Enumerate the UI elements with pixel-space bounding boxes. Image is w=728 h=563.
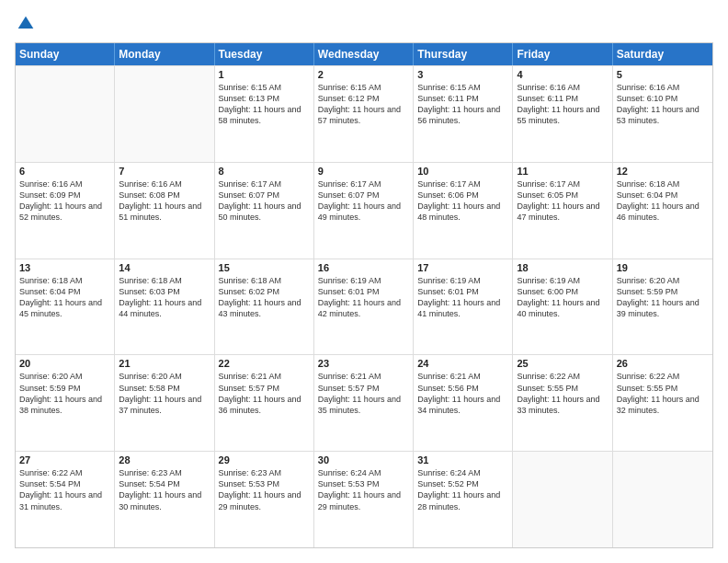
calendar-cell: 5Sunrise: 6:16 AM Sunset: 6:10 PM Daylig…	[613, 66, 712, 162]
day-number: 31	[417, 454, 508, 465]
calendar-cell: 19Sunrise: 6:20 AM Sunset: 5:59 PM Dayli…	[613, 259, 712, 355]
cell-info: Sunrise: 6:18 AM Sunset: 6:02 PM Dayligh…	[219, 275, 310, 320]
cell-info: Sunrise: 6:16 AM Sunset: 6:08 PM Dayligh…	[119, 178, 210, 224]
day-number: 5	[617, 69, 709, 80]
day-number: 8	[219, 166, 310, 177]
day-number: 19	[617, 262, 709, 273]
week-row-3: 13Sunrise: 6:18 AM Sunset: 6:04 PM Dayli…	[16, 259, 712, 355]
day-header-tuesday: Tuesday	[215, 43, 314, 65]
day-number: 9	[318, 166, 409, 177]
calendar-cell: 2Sunrise: 6:15 AM Sunset: 6:12 PM Daylig…	[314, 66, 414, 162]
day-number: 18	[517, 262, 608, 273]
calendar-cell	[513, 452, 612, 547]
cell-info: Sunrise: 6:20 AM Sunset: 5:59 PM Dayligh…	[617, 275, 709, 320]
cell-info: Sunrise: 6:19 AM Sunset: 6:01 PM Dayligh…	[417, 275, 508, 320]
cell-info: Sunrise: 6:18 AM Sunset: 6:03 PM Dayligh…	[119, 275, 210, 320]
calendar-cell: 18Sunrise: 6:19 AM Sunset: 6:00 PM Dayli…	[513, 259, 612, 355]
cell-info: Sunrise: 6:17 AM Sunset: 6:05 PM Dayligh…	[517, 178, 608, 224]
calendar-cell: 7Sunrise: 6:16 AM Sunset: 6:08 PM Daylig…	[115, 163, 214, 259]
week-row-4: 20Sunrise: 6:20 AM Sunset: 5:59 PM Dayli…	[16, 354, 712, 451]
cell-info: Sunrise: 6:23 AM Sunset: 5:53 PM Dayligh…	[219, 467, 310, 512]
day-number: 10	[417, 166, 508, 177]
calendar-cell: 29Sunrise: 6:23 AM Sunset: 5:53 PM Dayli…	[215, 452, 314, 547]
header	[15, 15, 713, 33]
day-header-thursday: Thursday	[414, 43, 513, 65]
cell-info: Sunrise: 6:22 AM Sunset: 5:55 PM Dayligh…	[617, 371, 709, 416]
calendar-cell	[613, 452, 712, 547]
calendar-cell: 20Sunrise: 6:20 AM Sunset: 5:59 PM Dayli…	[16, 355, 115, 451]
calendar-cell	[115, 66, 214, 162]
calendar-cell: 22Sunrise: 6:21 AM Sunset: 5:57 PM Dayli…	[215, 355, 314, 451]
calendar-cell: 1Sunrise: 6:15 AM Sunset: 6:13 PM Daylig…	[215, 66, 314, 162]
cell-info: Sunrise: 6:15 AM Sunset: 6:12 PM Dayligh…	[318, 82, 409, 127]
week-row-1: 1Sunrise: 6:15 AM Sunset: 6:13 PM Daylig…	[16, 65, 712, 162]
day-number: 26	[617, 358, 709, 369]
logo-icon	[17, 15, 35, 33]
day-number: 17	[417, 262, 508, 273]
calendar-cell: 6Sunrise: 6:16 AM Sunset: 6:09 PM Daylig…	[16, 163, 115, 259]
day-number: 27	[19, 454, 110, 465]
calendar-cell: 8Sunrise: 6:17 AM Sunset: 6:07 PM Daylig…	[215, 163, 314, 259]
week-row-2: 6Sunrise: 6:16 AM Sunset: 6:09 PM Daylig…	[16, 162, 712, 259]
calendar-cell: 31Sunrise: 6:24 AM Sunset: 5:52 PM Dayli…	[414, 452, 513, 547]
calendar-header: SundayMondayTuesdayWednesdayThursdayFrid…	[16, 43, 712, 65]
day-number: 14	[119, 262, 210, 273]
cell-info: Sunrise: 6:21 AM Sunset: 5:56 PM Dayligh…	[417, 371, 508, 416]
calendar-body: 1Sunrise: 6:15 AM Sunset: 6:13 PM Daylig…	[16, 65, 712, 547]
cell-info: Sunrise: 6:23 AM Sunset: 5:54 PM Dayligh…	[119, 467, 210, 512]
day-number: 15	[219, 262, 310, 273]
cell-info: Sunrise: 6:16 AM Sunset: 6:11 PM Dayligh…	[517, 82, 608, 127]
cell-info: Sunrise: 6:20 AM Sunset: 5:58 PM Dayligh…	[119, 371, 210, 416]
calendar-cell: 10Sunrise: 6:17 AM Sunset: 6:06 PM Dayli…	[414, 163, 513, 259]
day-number: 30	[318, 454, 409, 465]
calendar-cell: 25Sunrise: 6:22 AM Sunset: 5:55 PM Dayli…	[513, 355, 612, 451]
calendar-cell: 24Sunrise: 6:21 AM Sunset: 5:56 PM Dayli…	[414, 355, 513, 451]
calendar-cell: 14Sunrise: 6:18 AM Sunset: 6:03 PM Dayli…	[115, 259, 214, 355]
day-header-saturday: Saturday	[613, 43, 712, 65]
page: SundayMondayTuesdayWednesdayThursdayFrid…	[0, 0, 728, 563]
day-number: 24	[417, 358, 508, 369]
day-number: 29	[219, 454, 310, 465]
cell-info: Sunrise: 6:17 AM Sunset: 6:07 PM Dayligh…	[219, 178, 310, 224]
calendar-cell: 9Sunrise: 6:17 AM Sunset: 6:07 PM Daylig…	[314, 163, 414, 259]
calendar-cell: 17Sunrise: 6:19 AM Sunset: 6:01 PM Dayli…	[414, 259, 513, 355]
calendar-cell: 16Sunrise: 6:19 AM Sunset: 6:01 PM Dayli…	[314, 259, 414, 355]
svg-marker-0	[18, 17, 34, 29]
day-number: 16	[318, 262, 409, 273]
day-header-sunday: Sunday	[16, 43, 115, 65]
day-header-wednesday: Wednesday	[314, 43, 414, 65]
cell-info: Sunrise: 6:20 AM Sunset: 5:59 PM Dayligh…	[19, 371, 110, 416]
cell-info: Sunrise: 6:19 AM Sunset: 6:01 PM Dayligh…	[318, 275, 409, 320]
calendar-cell: 26Sunrise: 6:22 AM Sunset: 5:55 PM Dayli…	[613, 355, 712, 451]
day-number: 28	[119, 454, 210, 465]
day-number: 1	[219, 69, 310, 80]
cell-info: Sunrise: 6:24 AM Sunset: 5:52 PM Dayligh…	[417, 467, 508, 512]
day-number: 21	[119, 358, 210, 369]
calendar-cell: 30Sunrise: 6:24 AM Sunset: 5:53 PM Dayli…	[314, 452, 414, 547]
calendar-cell: 23Sunrise: 6:21 AM Sunset: 5:57 PM Dayli…	[314, 355, 414, 451]
cell-info: Sunrise: 6:16 AM Sunset: 6:10 PM Dayligh…	[617, 82, 709, 127]
day-header-monday: Monday	[115, 43, 214, 65]
day-header-friday: Friday	[513, 43, 612, 65]
cell-info: Sunrise: 6:21 AM Sunset: 5:57 PM Dayligh…	[318, 371, 409, 416]
day-number: 23	[318, 358, 409, 369]
cell-info: Sunrise: 6:21 AM Sunset: 5:57 PM Dayligh…	[219, 371, 310, 416]
calendar-cell: 15Sunrise: 6:18 AM Sunset: 6:02 PM Dayli…	[215, 259, 314, 355]
calendar-cell: 13Sunrise: 6:18 AM Sunset: 6:04 PM Dayli…	[16, 259, 115, 355]
day-number: 12	[617, 166, 709, 177]
calendar-cell: 21Sunrise: 6:20 AM Sunset: 5:58 PM Dayli…	[115, 355, 214, 451]
day-number: 22	[219, 358, 310, 369]
day-number: 20	[19, 358, 110, 369]
cell-info: Sunrise: 6:16 AM Sunset: 6:09 PM Dayligh…	[19, 178, 110, 224]
day-number: 13	[19, 262, 110, 273]
cell-info: Sunrise: 6:17 AM Sunset: 6:06 PM Dayligh…	[417, 178, 508, 224]
calendar-cell: 12Sunrise: 6:18 AM Sunset: 6:04 PM Dayli…	[613, 163, 712, 259]
cell-info: Sunrise: 6:22 AM Sunset: 5:55 PM Dayligh…	[517, 371, 608, 416]
day-number: 4	[517, 69, 608, 80]
calendar-cell: 3Sunrise: 6:15 AM Sunset: 6:11 PM Daylig…	[414, 66, 513, 162]
calendar-cell: 27Sunrise: 6:22 AM Sunset: 5:54 PM Dayli…	[16, 452, 115, 547]
day-number: 2	[318, 69, 409, 80]
cell-info: Sunrise: 6:22 AM Sunset: 5:54 PM Dayligh…	[19, 467, 110, 512]
cell-info: Sunrise: 6:18 AM Sunset: 6:04 PM Dayligh…	[617, 178, 709, 224]
logo	[15, 15, 35, 33]
